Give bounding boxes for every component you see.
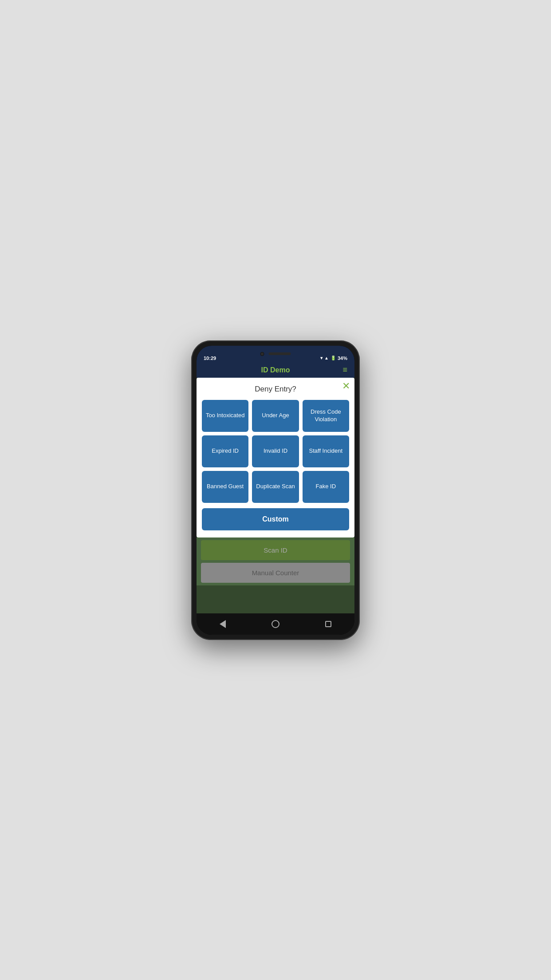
- main-content: ✕ Deny Entry? Too Intoxicated Under Age …: [197, 378, 354, 613]
- manual-counter-button[interactable]: Manual Counter: [201, 563, 350, 583]
- hamburger-menu-icon[interactable]: ≡: [342, 365, 347, 375]
- banned-guest-button[interactable]: Banned Guest: [202, 471, 248, 503]
- app-title: ID Demo: [261, 366, 290, 374]
- signal-icon: ▲: [324, 356, 329, 360]
- android-nav-bar: [197, 613, 354, 635]
- fake-id-button[interactable]: Fake ID: [303, 471, 349, 503]
- expired-id-button[interactable]: Expired ID: [202, 435, 248, 467]
- close-button[interactable]: ✕: [342, 381, 350, 391]
- phone-top-details: [260, 352, 291, 356]
- dress-code-button[interactable]: Dress Code Violation: [303, 400, 349, 432]
- phone-screen: 10:29 ▾ ▲ 🔋 34% ID Demo ≡ ✕ Deny Entry?: [197, 346, 354, 635]
- camera: [260, 352, 264, 356]
- battery-percent: 34%: [338, 356, 347, 361]
- custom-button[interactable]: Custom: [202, 508, 349, 530]
- recents-button[interactable]: [322, 618, 335, 630]
- too-intoxicated-button[interactable]: Too Intoxicated: [202, 400, 248, 432]
- scan-id-button[interactable]: Scan ID: [201, 540, 350, 560]
- back-icon: [220, 620, 226, 628]
- phone-frame: 10:29 ▾ ▲ 🔋 34% ID Demo ≡ ✕ Deny Entry?: [191, 340, 360, 640]
- recents-icon: [325, 621, 331, 627]
- speaker: [269, 352, 291, 355]
- under-age-button[interactable]: Under Age: [252, 400, 299, 432]
- time-display: 10:29: [204, 356, 216, 361]
- back-button[interactable]: [216, 618, 229, 630]
- duplicate-scan-button[interactable]: Duplicate Scan: [252, 471, 299, 503]
- invalid-id-button[interactable]: Invalid ID: [252, 435, 299, 467]
- battery-icon: 🔋: [331, 356, 336, 360]
- staff-incident-button[interactable]: Staff Incident: [303, 435, 349, 467]
- deny-reasons-grid: Too Intoxicated Under Age Dress Code Vio…: [202, 400, 349, 503]
- home-icon: [272, 620, 279, 628]
- deny-entry-modal: ✕ Deny Entry? Too Intoxicated Under Age …: [197, 378, 354, 537]
- home-button[interactable]: [269, 618, 282, 630]
- status-icons: ▾ ▲ 🔋 34%: [320, 356, 347, 361]
- wifi-icon: ▾: [320, 356, 323, 360]
- modal-title: Deny Entry?: [202, 385, 349, 394]
- modal-overlay: ✕ Deny Entry? Too Intoxicated Under Age …: [197, 378, 354, 613]
- bottom-buttons-area: Scan ID Manual Counter: [197, 537, 354, 585]
- app-header: ID Demo ≡: [197, 363, 354, 378]
